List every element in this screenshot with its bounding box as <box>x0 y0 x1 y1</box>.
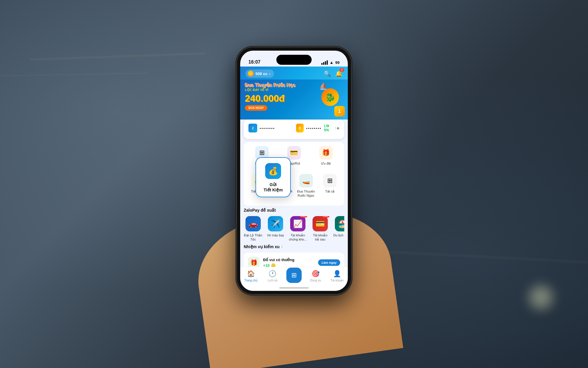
chung-khoan-label: Tài khoản chứng kho... <box>288 233 307 242</box>
mission-card-1-info: Đố vui có thưởng +10 🪙 <box>263 258 315 268</box>
tooltip-icon: 💰 <box>265 163 281 179</box>
hot-badge-1: HOT <box>300 216 307 218</box>
missions-chevron[interactable]: › <box>281 245 283 249</box>
wifi-icon: ▲ <box>330 60 334 65</box>
promo-banner[interactable]: Đua Thuyền Rước Nọc LỘC BAY VỀ VÍ 240.00… <box>240 79 348 120</box>
account-item-2[interactable]: B •••••••• Lời 5% ↑ <box>296 124 336 132</box>
banner-actions: 🔍 🔔 7 <box>324 70 343 77</box>
nap-rut-icon: 💳 <box>287 146 301 160</box>
service-du-lich[interactable]: 🏖️ Du lịch Đi lại <box>333 216 344 242</box>
tooltip-line2: Tiết Kiệm <box>263 188 283 192</box>
du-lich-label: Du lịch Đi lại <box>333 233 344 237</box>
status-time: 16:07 <box>248 59 260 65</box>
coins-amount: 509 xu <box>255 72 267 76</box>
tat-ca-icon: ⊞ <box>323 174 337 188</box>
promo-amount: 240.000đ <box>245 93 295 104</box>
battery-level: 99 <box>335 60 340 65</box>
service-ve-may-bay[interactable]: ✈️ Vé máy bay <box>266 216 285 242</box>
tooltip-popup-gui-tiet-kiem[interactable]: 💰 Gửi Tiết Kiệm <box>255 157 291 197</box>
uu-dai-icon: 🎁 <box>319 146 333 160</box>
search-button[interactable]: 🔍 <box>324 70 331 77</box>
du-lich-icon: 🏖️ <box>335 216 344 231</box>
ve-may-bay-label: Vé máy bay <box>267 233 284 237</box>
signal-bar-2 <box>323 62 324 65</box>
nav-label-history: Lịch sử <box>268 279 277 282</box>
service-dai-lo[interactable]: 🚗 Đại Lộ Thần Tốc <box>244 216 263 242</box>
missions-header: Nhiệm vụ kiếm xu › <box>244 244 344 249</box>
status-icons: ▲ 99 <box>321 60 340 65</box>
action-dua-thuyen[interactable]: 🚤 Đua Thuyền Rước Ngọc <box>296 174 316 198</box>
tooltip-line1: Gửi <box>270 182 277 187</box>
account-row: Z •••••••• B •••••••• Lời 5% ↑ ● <box>248 124 340 132</box>
hand-phone-wrapper: 16:07 ▲ 99 🪙 509 xu <box>218 41 370 350</box>
dynamic-island <box>276 55 312 65</box>
phone-shell: 16:07 ▲ 99 🪙 509 xu <box>237 47 351 294</box>
zalopay-section: ZaloPay đề xuất 🚗 Đại Lộ Thần Tốc ✈️ Vé … <box>244 208 344 242</box>
signal-bar-1 <box>321 63 323 65</box>
notif-badge: 7 <box>340 68 344 72</box>
chung-khoan-icon: 📈 HOT <box>290 216 305 231</box>
nav-item-home[interactable]: 🏠 Trang chủ <box>240 270 262 282</box>
signal-icon <box>321 60 328 65</box>
zalopay-section-title: ZaloPay đề xuất <box>244 208 344 213</box>
service-tai-khoan-chung-khoan[interactable]: 📈 HOT Tài khoản chứng kho... <box>288 216 307 242</box>
coins-badge[interactable]: 🪙 509 xu › <box>245 69 274 78</box>
notification-button[interactable]: 🔔 7 <box>335 70 343 77</box>
nav-item-history[interactable]: 🕐 Lịch sử <box>262 270 283 282</box>
coins-chevron: › <box>269 72 270 76</box>
nav-label-dung-xu: Dùng xu <box>310 279 321 282</box>
bg-rail-2 <box>0 72 147 77</box>
account-logo-2: B <box>296 124 304 132</box>
nav-label-account: Tài khoản <box>330 279 343 282</box>
decoration-boat: ⛵ <box>319 82 327 90</box>
promo-title: Đua Thuyền Rước Nọc <box>245 82 295 88</box>
signal-bar-3 <box>325 61 326 65</box>
tat-ca-label: Tất cả <box>325 189 335 193</box>
bg-rail-1 <box>29 52 206 61</box>
dua-thuyen-icon: 🚤 <box>299 174 313 188</box>
signal-bar-4 <box>327 60 328 65</box>
nav-item-account[interactable]: 👤 Tài khoản <box>326 270 348 282</box>
promo-subtitle: LỘC BAY VỀ VÍ <box>245 88 295 92</box>
dai-lo-icon: 🚗 <box>245 216 261 231</box>
mission-card-1-name: Đố vui có thưởng <box>263 258 315 262</box>
rank-badge: 1 <box>334 106 345 117</box>
tra-sau-label: Tài khoản trả sau <box>311 233 330 242</box>
missions-title-text: Nhiệm vụ kiếm xu <box>244 244 280 249</box>
hot-badge-2: HOT <box>322 216 330 218</box>
nav-item-qr-center[interactable]: ⊞ <box>283 270 305 283</box>
zalopay-services-list: 🚗 Đại Lộ Thần Tốc ✈️ Vé máy bay 📈 HO <box>244 216 344 242</box>
dua-thuyen-label: Đua Thuyền Rước Ngọc <box>296 189 316 198</box>
promo-content: Đua Thuyền Rước Nọc LỘC BAY VỀ VÍ 240.00… <box>240 79 348 120</box>
interest-label: Lời 5% <box>324 124 333 132</box>
account-item-1[interactable]: Z •••••••• <box>248 124 289 132</box>
action-tat-ca[interactable]: ⊞ Tất cả <box>320 174 340 198</box>
account-icon: 👤 <box>333 270 341 278</box>
light-orb <box>529 286 553 309</box>
account-divider <box>292 124 293 132</box>
history-icon: 🕐 <box>268 270 276 278</box>
service-tai-khoan-tra-sau[interactable]: 💳 HOT Tài khoản trả sau <box>311 216 330 242</box>
ve-may-bay-icon: ✈️ <box>268 216 283 231</box>
account-interest: Lời 5% ↑ <box>324 124 336 132</box>
uu-dai-label: Ưu đãi <box>321 161 331 165</box>
account-dots-2: •••••••• <box>306 126 321 130</box>
promo-title-text: Đua Thuyền Rước Nọc <box>245 83 295 88</box>
missions-title: Nhiệm vụ kiếm xu › <box>244 244 283 249</box>
home-indicator <box>279 287 309 289</box>
promo-button[interactable]: ĐUA NGAY <box>245 105 267 111</box>
dragon-icon: 🐉 <box>321 88 339 106</box>
action-uu-dai[interactable]: 🎁 Ưu đãi <box>316 146 336 170</box>
banner-area: 🪙 509 xu › 🔍 🔔 7 <box>240 67 348 120</box>
phone-screen: 16:07 ▲ 99 🪙 509 xu <box>240 51 348 291</box>
dai-lo-label: Đại Lộ Thần Tốc <box>244 233 263 242</box>
nav-label-home: Trang chủ <box>244 279 258 282</box>
mission-card-1-action[interactable]: Làm ngay <box>318 259 340 266</box>
hide-button[interactable]: ● <box>336 125 340 131</box>
qr-center-button[interactable]: ⊞ <box>286 268 302 283</box>
account-cards: Z •••••••• B •••••••• Lời 5% ↑ ● <box>244 120 344 139</box>
coin-icon: 🪙 <box>248 71 254 77</box>
nav-item-dung-xu[interactable]: 🎯 Dùng xu <box>305 270 326 282</box>
tooltip-text: Gửi Tiết Kiệm <box>263 182 283 193</box>
home-icon: 🏠 <box>247 270 255 278</box>
